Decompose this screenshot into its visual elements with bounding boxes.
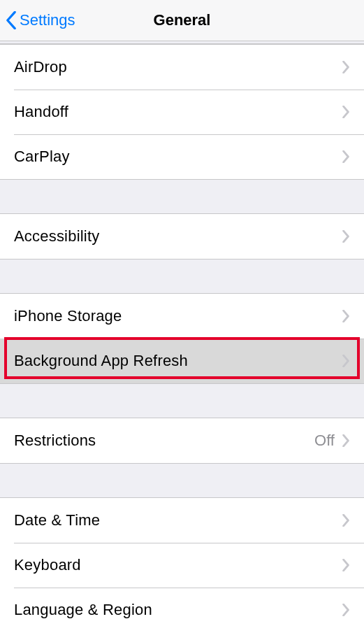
row-iphone-storage[interactable]: iPhone Storage: [0, 294, 364, 339]
section-gap: [0, 259, 364, 293]
row-label: Restrictions: [14, 432, 314, 450]
list-group: Date & TimeKeyboardLanguage & Region: [0, 497, 364, 626]
row-label: iPhone Storage: [14, 307, 342, 325]
list-group: AirDropHandoffCarPlay: [0, 44, 364, 180]
row-label: Language & Region: [14, 601, 342, 619]
row-background-app-refresh[interactable]: Background App Refresh: [0, 339, 364, 383]
chevron-right-icon: [342, 514, 350, 527]
row-label: Handoff: [14, 103, 342, 121]
chevron-right-icon: [342, 434, 350, 447]
nav-bar: Settings General: [0, 0, 364, 41]
chevron-right-icon: [342, 150, 350, 163]
chevron-right-icon: [342, 106, 350, 118]
row-value: Off: [314, 432, 335, 450]
row-label: CarPlay: [14, 148, 342, 166]
section-gap: [0, 464, 364, 497]
row-label: Date & Time: [14, 511, 342, 529]
section-gap: [0, 384, 364, 418]
row-accessibility[interactable]: Accessibility: [0, 214, 364, 259]
settings-list: AirDropHandoffCarPlayAccessibilityiPhone…: [0, 41, 364, 626]
nav-back-button[interactable]: Settings: [6, 0, 75, 41]
row-language-region[interactable]: Language & Region: [0, 588, 364, 626]
list-group: Accessibility: [0, 213, 364, 259]
row-label: Accessibility: [14, 227, 342, 246]
row-label: AirDrop: [14, 58, 342, 76]
chevron-right-icon: [342, 61, 350, 73]
row-carplay[interactable]: CarPlay: [0, 134, 364, 179]
chevron-right-icon: [342, 355, 350, 367]
chevron-right-icon: [342, 230, 350, 243]
row-restrictions[interactable]: RestrictionsOff: [0, 418, 364, 463]
row-airdrop[interactable]: AirDrop: [0, 45, 364, 90]
row-keyboard[interactable]: Keyboard: [0, 543, 364, 588]
row-label: Keyboard: [14, 556, 342, 574]
nav-back-label: Settings: [20, 11, 75, 29]
nav-title: General: [154, 11, 211, 29]
chevron-right-icon: [342, 559, 350, 571]
row-label: Background App Refresh: [14, 352, 342, 370]
chevron-right-icon: [342, 604, 350, 616]
list-group: iPhone StorageBackground App Refresh: [0, 293, 364, 384]
list-group: RestrictionsOff: [0, 418, 364, 464]
section-gap: [0, 180, 364, 213]
chevron-right-icon: [342, 310, 350, 322]
row-date-time[interactable]: Date & Time: [0, 498, 364, 543]
chevron-left-icon: [6, 11, 17, 29]
row-handoff[interactable]: Handoff: [0, 90, 364, 134]
